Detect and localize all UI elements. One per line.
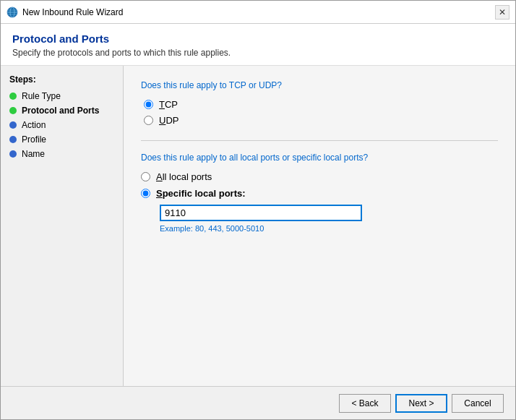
all-ports-row: All local ports [141, 171, 498, 182]
all-ports-label[interactable]: All local ports [156, 171, 212, 182]
sidebar-label-rule-type: Rule Type [22, 91, 61, 101]
sidebar-label-protocol-ports: Protocol and Ports [22, 106, 99, 116]
back-button[interactable]: < Back [339, 394, 391, 413]
protocol-radio-group: TCP UDP [141, 99, 498, 126]
sidebar-item-protocol-ports[interactable]: Protocol and Ports [1, 103, 123, 118]
title-bar: New Inbound Rule Wizard ✕ [1, 1, 515, 24]
sidebar-item-rule-type[interactable]: Rule Type [1, 89, 123, 103]
sidebar-item-action[interactable]: Action [1, 118, 123, 132]
main-content: Does this rule apply to TCP or UDP? TCP … [124, 66, 515, 386]
all-ports-radio[interactable] [141, 172, 150, 181]
steps-label: Steps: [1, 74, 123, 89]
content-area: Steps: Rule Type Protocol and Ports Acti… [1, 66, 515, 386]
dot-name [9, 150, 17, 158]
specific-ports-row: Specific local ports: [141, 188, 498, 199]
udp-radio-item: UDP [144, 115, 498, 126]
dot-action [9, 121, 17, 129]
dot-profile [9, 136, 17, 143]
sidebar: Steps: Rule Type Protocol and Ports Acti… [1, 66, 124, 386]
port-input-row [141, 205, 498, 221]
tcp-label[interactable]: TCP [159, 99, 178, 110]
dot-protocol-ports [9, 107, 17, 114]
wizard-icon [7, 7, 18, 18]
specific-ports-label[interactable]: Specific local ports: [156, 188, 246, 199]
close-button[interactable]: ✕ [495, 5, 509, 20]
dot-rule-type [9, 93, 17, 100]
next-button[interactable]: Next > [395, 394, 447, 413]
sidebar-item-profile[interactable]: Profile [1, 132, 123, 147]
wizard-window: New Inbound Rule Wizard ✕ Protocol and P… [0, 0, 516, 420]
sidebar-label-name: Name [22, 149, 45, 159]
page-header: Protocol and Ports Specify the protocols… [1, 24, 515, 66]
sidebar-item-name[interactable]: Name [1, 147, 123, 161]
example-value: 80, 443, 5000-5010 [195, 224, 264, 233]
port-input[interactable] [160, 205, 362, 221]
title-bar-text: New Inbound Rule Wizard [22, 7, 495, 17]
divider [141, 140, 498, 141]
sidebar-label-action: Action [22, 120, 46, 130]
tcp-radio[interactable] [144, 100, 153, 109]
ports-question: Does this rule apply to all local ports … [141, 153, 498, 163]
udp-label[interactable]: UDP [159, 115, 179, 126]
udp-radio[interactable] [144, 116, 153, 125]
specific-ports-radio[interactable] [141, 189, 150, 198]
sidebar-label-profile: Profile [22, 134, 46, 145]
footer: < Back Next > Cancel [1, 386, 515, 419]
port-example: Example: 80, 443, 5000-5010 [141, 224, 498, 233]
tcp-radio-item: TCP [144, 99, 498, 110]
page-title: Protocol and Ports [12, 33, 504, 45]
tcp-udp-question: Does this rule apply to TCP or UDP? [141, 80, 498, 90]
page-description: Specify the protocols and ports to which… [12, 48, 504, 58]
cancel-button[interactable]: Cancel [452, 394, 504, 413]
example-label: Example: [160, 224, 193, 233]
ports-section: All local ports Specific local ports: Ex… [141, 171, 498, 233]
